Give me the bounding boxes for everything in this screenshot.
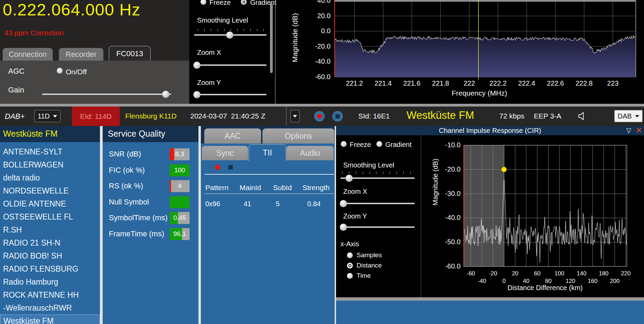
bottom-filler-panel: [336, 301, 644, 324]
output-device-value: DAB: [618, 112, 632, 120]
agc-onoff-radio[interactable]: [57, 68, 63, 74]
cir-xtick: -40: [472, 278, 492, 285]
cir-xtick: 180: [593, 270, 614, 277]
stop-button[interactable]: [332, 111, 343, 122]
service-list-item[interactable]: delta radio: [0, 171, 100, 184]
spectrum-xtick: 222: [457, 79, 481, 87]
ppm-correction-label: 43 ppm Correction: [4, 29, 64, 37]
record-icon: [317, 114, 322, 119]
service-list-item[interactable]: ROCK ANTENNE HH: [0, 288, 100, 301]
tii-cell: 41: [244, 200, 251, 208]
spectrum-gradient-radio[interactable]: ✕: [241, 0, 247, 5]
tuner-tab-connection[interactable]: Connection: [3, 48, 53, 61]
spectrum-xtick: 221.8: [428, 79, 452, 87]
service-list-header-label: Westküste FM: [3, 129, 57, 139]
horizontal-splitter[interactable]: [0, 104, 644, 107]
service-list-item[interactable]: Radio Hamburg: [0, 275, 100, 288]
chevron-down-icon: [635, 115, 639, 117]
smoothing-slider-ticks: [198, 29, 264, 31]
spectrum-plot[interactable]: [276, 0, 644, 104]
speaker-icon[interactable]: [577, 111, 588, 122]
chevron-down-icon: [293, 115, 297, 117]
service-list-item[interactable]: RADIO FLENSBURG: [0, 262, 100, 275]
spectrum-ytick: -20.0: [301, 42, 331, 50]
frequency-display: 0.222.064.000 Hz: [3, 0, 141, 19]
service-list-item[interactable]: Westküste FM: [0, 314, 100, 324]
quality-bar: 4: [170, 180, 190, 192]
tab-options[interactable]: Options: [262, 128, 334, 144]
quality-bar-value: 4: [170, 182, 190, 190]
quality-bar-value: 100: [170, 166, 190, 174]
spectrum-ytick: -60.0: [301, 73, 331, 81]
vertical-scrollbar-thumb[interactable]: [270, 3, 273, 73]
quality-bar: 8,3: [170, 148, 190, 160]
cir-xtick: 220: [616, 270, 636, 277]
tab-audio[interactable]: Audio: [286, 146, 334, 160]
gain-slider-thumb[interactable]: [162, 91, 169, 98]
spectrum-zoomx-thumb[interactable]: [193, 62, 201, 69]
agc-onoff-label: On/Off: [66, 68, 87, 76]
tuner-tab-recorder[interactable]: Recorder: [59, 48, 103, 61]
spectrum-xtick: 222.2: [486, 79, 510, 87]
minimize-panel-icon[interactable]: ▽: [626, 126, 631, 134]
spectrum-xtick: 221.4: [371, 79, 395, 87]
spectrum-freeze-radio[interactable]: [201, 0, 206, 5]
cir-ytick: -40.0: [430, 214, 461, 222]
tii-status-stop-indicator: [228, 165, 233, 170]
tab-sync[interactable]: Sync: [202, 146, 248, 160]
spectrum-xtick: 221.6: [400, 79, 424, 87]
service-list-item[interactable]: RADIO 21 SH-N: [0, 236, 100, 249]
quality-bar: 0,45: [170, 212, 190, 224]
channel-select[interactable]: 11D: [34, 110, 61, 122]
bottom-splitter[interactable]: [336, 297, 644, 301]
close-panel-icon[interactable]: ✕: [636, 126, 642, 135]
cir-xlabel: Distance Difference (km): [507, 284, 583, 292]
spectrum-ytick: 0.0: [301, 27, 331, 35]
service-list-item[interactable]: ANTENNE-SYLT: [0, 145, 100, 158]
expand-dropdown-button[interactable]: [290, 110, 300, 122]
service-list-item[interactable]: R.SH: [0, 223, 100, 236]
quality-row-label: Null Symbol: [109, 198, 149, 207]
tuner-tab-fc0013[interactable]: FC0013: [109, 46, 151, 61]
service-list-item[interactable]: OSTSEEWELLE FL: [0, 210, 100, 223]
record-button[interactable]: [314, 111, 325, 122]
tii-cell: 5: [276, 200, 280, 208]
spectrum-ytick: -40.0: [301, 58, 331, 65]
tab-aac[interactable]: AAC: [204, 128, 261, 144]
cir-xtick: -20: [483, 270, 503, 277]
protection-label: EEP 3-A: [534, 112, 561, 120]
spectrum-freeze-label: Freeze: [209, 0, 231, 7]
cir-ytick: -10.0: [430, 141, 461, 149]
quality-bar-value: 8,3: [170, 150, 190, 158]
cir-xtick: 20: [505, 270, 525, 277]
gain-slider-track[interactable]: [42, 94, 171, 95]
service-list-item[interactable]: RADIO BOB! SH: [0, 249, 100, 262]
output-device-select[interactable]: DAB: [614, 110, 643, 122]
spectrum-zoomy-track[interactable]: [194, 94, 267, 95]
spectrum-smoothing-label: Smoothing Level: [197, 16, 248, 24]
quality-bar-value: 96,1: [170, 230, 190, 238]
quality-row-label: FrameTime (ms): [109, 229, 164, 238]
service-list-item[interactable]: OLDIE ANTENNE: [0, 197, 100, 210]
panel-separator[interactable]: [100, 126, 103, 324]
service-quality-panel: SNR (dB)8,3FIC (ok %)100RS (ok %)4Null S…: [103, 142, 198, 324]
service-list-item[interactable]: -WellenrauschRWR: [0, 301, 100, 314]
quality-row-label: FIC (ok %): [109, 166, 145, 175]
service-list-item[interactable]: NORDSEEWELLE: [0, 184, 100, 197]
cir-xtick: 60: [527, 270, 548, 277]
panel-separator[interactable]: [198, 126, 201, 324]
service-list-item[interactable]: BOLLERWAGEN: [0, 158, 100, 171]
dab-toolbar: DAB+ 11D EId: 114D Flensburg K11D 2024-0…: [0, 107, 644, 126]
spectrum-smoothing-thumb[interactable]: [226, 32, 233, 39]
gain-label: Gain: [8, 86, 24, 95]
tab-tii[interactable]: TII: [249, 144, 286, 161]
cir-ytick: -30.0: [430, 190, 461, 198]
quality-bar-value: 0,45: [170, 214, 190, 222]
tii-column-header: Pattern: [205, 184, 229, 192]
panel-divider: [275, 0, 275, 104]
spectrum-zoomx-track[interactable]: [194, 64, 267, 66]
spectrum-zoomy-thumb[interactable]: [193, 91, 201, 98]
stop-icon: [335, 114, 340, 119]
cir-xtick: 0: [494, 278, 514, 285]
cir-title: Channel Impulse Response (CIR): [336, 127, 644, 135]
